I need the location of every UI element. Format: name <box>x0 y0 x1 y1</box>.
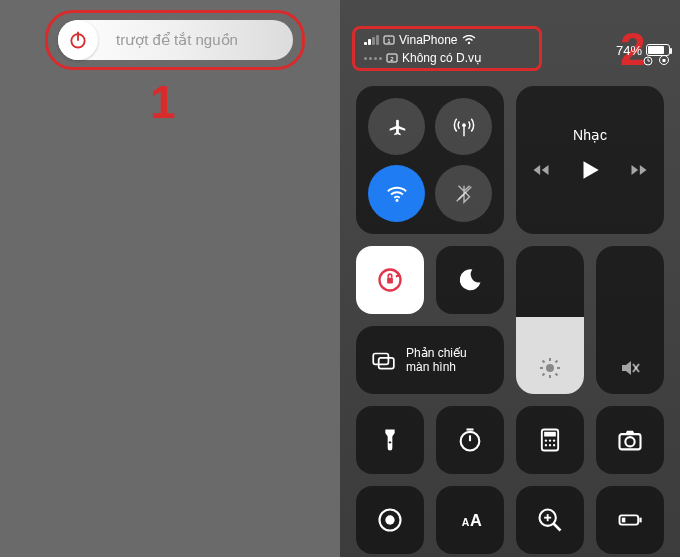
wifi-icon <box>386 183 408 205</box>
music-title: Nhạc <box>573 127 607 143</box>
dnd-button[interactable] <box>436 246 504 314</box>
play-button[interactable] <box>577 157 603 187</box>
magnifier-icon <box>536 506 564 534</box>
sim-icon: 2 <box>386 53 398 63</box>
magnifier-button[interactable] <box>516 486 584 554</box>
wifi-button[interactable] <box>368 165 425 222</box>
svg-rect-54 <box>639 518 641 523</box>
svg-line-50 <box>554 524 561 531</box>
cellular-icon <box>453 116 475 138</box>
signal-icon <box>364 35 379 45</box>
no-signal-icon <box>364 57 382 60</box>
volume-slider[interactable] <box>596 246 664 394</box>
svg-line-23 <box>543 361 545 363</box>
status-bar: 1 VinaPhone 2 Không có D.vụ 74% <box>350 32 670 66</box>
camera-button[interactable] <box>596 406 664 474</box>
timer-button[interactable] <box>436 406 504 474</box>
power-slider-label: trượt để tắt nguồn <box>116 31 238 49</box>
annotation-label-1: 1 <box>150 75 176 129</box>
screen-mirroring-button[interactable]: Phản chiếu màn hình <box>356 326 504 394</box>
music-tile[interactable]: Nhạc <box>516 86 664 234</box>
control-center: 2 1 VinaPhone 2 Không có D.vụ 74% <box>340 0 680 557</box>
text-size-icon: AA <box>456 506 484 534</box>
svg-point-41 <box>549 444 551 446</box>
carrier2-label: Không có D.vụ <box>402 51 482 65</box>
brightness-slider[interactable] <box>516 246 584 394</box>
svg-rect-30 <box>379 358 394 369</box>
alarm-icon <box>642 54 654 66</box>
svg-point-32 <box>461 432 480 451</box>
airplane-icon <box>386 116 408 138</box>
calculator-button[interactable] <box>516 406 584 474</box>
rotation-lock-icon <box>376 266 404 294</box>
power-off-screen: trượt để tắt nguồn 1 <box>0 0 340 557</box>
screen-mirror-label: Phản chiếu màn hình <box>406 346 490 374</box>
svg-point-18 <box>546 364 554 372</box>
rotation-lock-button[interactable] <box>356 246 424 314</box>
svg-rect-11 <box>663 59 666 62</box>
flashlight-icon <box>376 426 404 454</box>
flashlight-button[interactable] <box>356 406 424 474</box>
rewind-icon <box>531 160 551 180</box>
screen-record-button[interactable] <box>356 486 424 554</box>
low-power-button[interactable] <box>596 486 664 554</box>
svg-line-26 <box>556 361 558 363</box>
wifi-icon <box>462 35 476 45</box>
text-size-button[interactable]: AA <box>436 486 504 554</box>
lock-rotation-icon <box>658 54 670 66</box>
svg-point-31 <box>389 441 391 443</box>
svg-text:A: A <box>462 516 470 528</box>
svg-rect-55 <box>622 518 626 523</box>
power-knob[interactable] <box>58 20 98 60</box>
svg-point-4 <box>467 42 469 44</box>
mute-icon <box>618 356 642 380</box>
svg-rect-17 <box>387 278 393 284</box>
svg-rect-29 <box>373 354 388 365</box>
power-icon <box>68 30 88 50</box>
svg-rect-36 <box>544 432 556 437</box>
svg-point-12 <box>462 123 466 127</box>
camera-icon <box>616 426 644 454</box>
svg-line-24 <box>556 374 558 376</box>
airplane-mode-button[interactable] <box>368 98 425 155</box>
svg-point-39 <box>553 439 555 441</box>
svg-point-44 <box>625 437 634 446</box>
play-icon <box>577 157 603 183</box>
screen-mirror-icon <box>370 347 396 373</box>
bluetooth-button[interactable] <box>435 165 492 222</box>
svg-text:1: 1 <box>387 38 391 44</box>
moon-icon <box>456 266 484 294</box>
prev-button[interactable] <box>531 160 551 184</box>
forward-icon <box>629 160 649 180</box>
bluetooth-off-icon <box>453 183 475 205</box>
battery-text: 74% <box>616 43 642 58</box>
svg-point-38 <box>549 439 551 441</box>
calculator-icon <box>536 426 564 454</box>
svg-point-46 <box>385 515 394 524</box>
svg-point-37 <box>545 439 547 441</box>
sun-icon <box>538 356 562 380</box>
svg-line-25 <box>543 374 545 376</box>
sim2-status: 2 Không có D.vụ <box>364 50 482 66</box>
svg-point-42 <box>553 444 555 446</box>
sim-icon: 1 <box>383 35 395 45</box>
battery-low-icon <box>616 506 644 534</box>
next-button[interactable] <box>629 160 649 184</box>
svg-text:2: 2 <box>390 56 394 62</box>
status-right: 74% <box>616 34 670 66</box>
timer-icon <box>456 426 484 454</box>
power-off-slider[interactable]: trượt để tắt nguồn <box>58 20 293 60</box>
connectivity-tile[interactable] <box>356 86 504 234</box>
sim1-status: 1 VinaPhone <box>364 32 482 48</box>
svg-point-14 <box>395 198 398 201</box>
svg-text:A: A <box>470 511 482 529</box>
cellular-button[interactable] <box>435 98 492 155</box>
record-icon <box>376 506 404 534</box>
svg-point-40 <box>545 444 547 446</box>
carrier1-label: VinaPhone <box>399 33 458 47</box>
